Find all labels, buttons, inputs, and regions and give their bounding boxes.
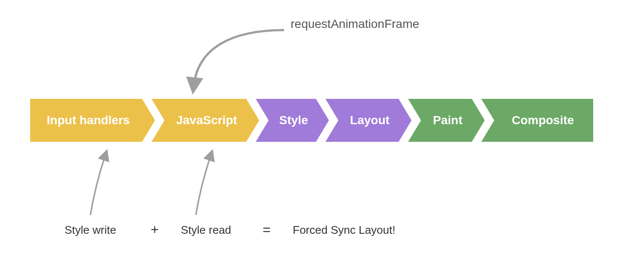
top-arrow-icon	[185, 26, 297, 95]
bottom-label-style-write: Style write	[65, 223, 116, 237]
bottom-arrow-left-icon	[86, 150, 129, 219]
stage-input-handlers: Input handlers	[30, 99, 155, 142]
top-annotation-label: requestAnimationFrame	[291, 17, 419, 31]
bottom-label-style-read: Style read	[181, 223, 231, 237]
stage-composite: Composite	[481, 99, 593, 142]
stage-javascript: JavaScript	[152, 99, 259, 142]
stage-paint: Paint	[408, 99, 485, 142]
bottom-label-result: Forced Sync Layout!	[293, 223, 395, 237]
pipeline-row: Input handlers JavaScript Style Layout P…	[30, 99, 590, 142]
bottom-arrow-right-icon	[192, 150, 235, 219]
stage-layout: Layout	[325, 99, 412, 142]
bottom-operator-plus: +	[151, 222, 159, 238]
bottom-operator-equals: =	[263, 222, 271, 238]
stage-style: Style	[256, 99, 329, 142]
